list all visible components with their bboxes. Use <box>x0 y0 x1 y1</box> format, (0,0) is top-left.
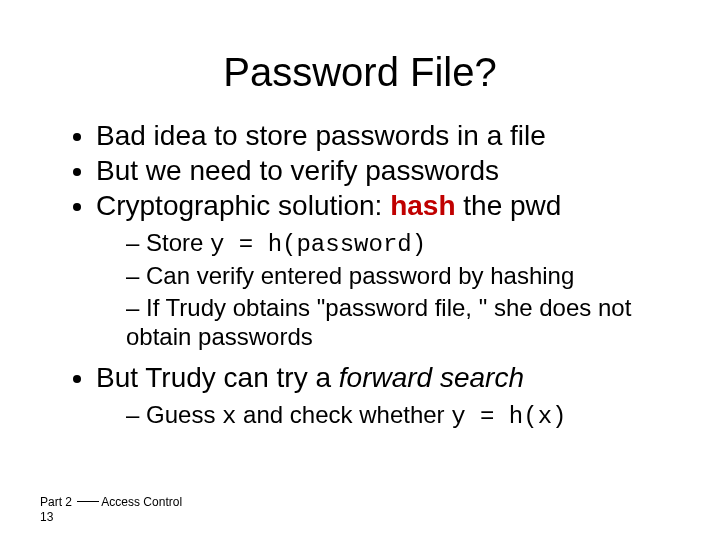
b4s1-b: and check whether <box>236 401 451 428</box>
slide-title: Password File? <box>40 50 680 95</box>
bullet-4-sublist: Guess x and check whether y = h(x) <box>96 400 680 431</box>
b3s1-text: Store <box>146 229 210 256</box>
bullet-3-pre: Cryptographic solution: <box>96 190 390 221</box>
emdash-icon <box>77 501 99 502</box>
b3s1-code: y = h(password) <box>210 231 426 258</box>
footer-page: 13 <box>40 510 182 524</box>
slide: Password File? Bad idea to store passwor… <box>0 0 720 540</box>
footer: Part 2 Access Control 13 <box>40 495 182 524</box>
b4s1-a: Guess <box>146 401 222 428</box>
footer-section: Access Control <box>101 495 182 509</box>
footer-part: Part 2 <box>40 495 75 509</box>
bullet-3-sub-1: Store y = h(password) <box>126 228 680 259</box>
b4s1-eq: y = h(x) <box>451 403 566 430</box>
bullet-4-sub-1: Guess x and check whether y = h(x) <box>126 400 680 431</box>
bullet-4-pre: But Trudy can try a <box>96 362 339 393</box>
bullet-3-sub-2: Can verify entered password by hashing <box>126 261 680 290</box>
b4s1-x: x <box>222 403 236 430</box>
bullet-1: Bad idea to store passwords in a file <box>96 119 680 152</box>
footer-line1: Part 2 Access Control <box>40 495 182 509</box>
bullet-3-sublist: Store y = h(password) Can verify entered… <box>96 228 680 351</box>
bullet-list: Bad idea to store passwords in a file Bu… <box>40 119 680 431</box>
bullet-3-post: the pwd <box>456 190 562 221</box>
bullet-2: But we need to verify passwords <box>96 154 680 187</box>
bullet-4: But Trudy can try a forward search Guess… <box>96 361 680 431</box>
bullet-3-hash: hash <box>390 190 455 221</box>
bullet-4-ital: forward search <box>339 362 524 393</box>
bullet-3: Cryptographic solution: hash the pwd Sto… <box>96 189 680 351</box>
bullet-3-sub-3: If Trudy obtains "password file, " she d… <box>126 293 680 352</box>
